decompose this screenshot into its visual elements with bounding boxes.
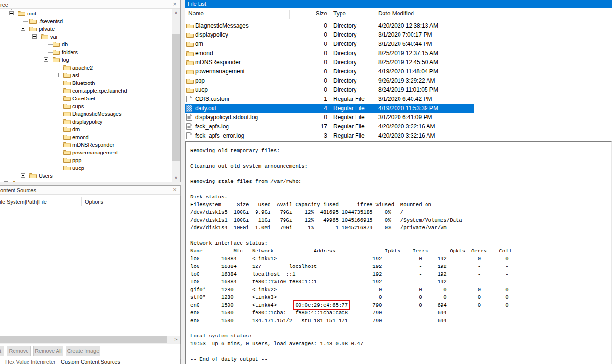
remove-button[interactable]: Remove	[7, 346, 31, 356]
edit-button[interactable]: t	[0, 346, 4, 356]
text-line	[190, 170, 512, 178]
expand-plus-icon[interactable]	[44, 50, 48, 54]
tree-item-asl[interactable]: asl	[0, 71, 172, 79]
tree-item-label: asl	[72, 72, 79, 79]
collapse-minus-icon[interactable]	[9, 11, 14, 15]
mac-address-highlight: 00:0c:29:c4:65:77	[295, 302, 348, 308]
expand-plus-icon[interactable]	[44, 42, 48, 46]
create-image-button[interactable]: Create Image	[66, 346, 100, 356]
tree-item-powermanagement[interactable]: powermanagement	[0, 149, 172, 156]
tree-item-dm[interactable]: dm	[0, 126, 172, 133]
tree-item-root[interactable]: root	[0, 10, 172, 17]
tree-item-label: macOS Catalina [volume 4]	[22, 180, 86, 182]
file-row-dm[interactable]: dm0Directory3/1/2020 6:40:44 PM	[185, 40, 474, 49]
file-date: 3/1/2020 6:40:44 PM	[378, 40, 432, 49]
tab-corner-box	[127, 359, 181, 364]
tree-item-coreduet[interactable]: CoreDuet	[0, 95, 172, 102]
column-header-name[interactable]: Name	[188, 10, 204, 17]
expand-plus-icon[interactable]	[55, 73, 59, 77]
tree-item-label: emond	[72, 134, 89, 141]
text-line	[190, 324, 512, 332]
column-header-date-modified[interactable]: Date Modified	[378, 10, 414, 17]
tree-item-com-apple-xpc-launchd[interactable]: com.apple.xpc.launchd	[0, 87, 172, 95]
scrollbar-thumb[interactable]	[172, 34, 180, 161]
file-selected-icon	[186, 105, 192, 112]
scroll-down-icon[interactable]: ∨	[172, 174, 180, 182]
tree-item-uucp[interactable]: uucp	[0, 164, 172, 172]
folder-icon	[29, 172, 37, 180]
evidence-tree-scrollbar[interactable]: ∧ ∨	[172, 9, 180, 182]
column-separator[interactable]	[81, 197, 82, 206]
folder-icon	[63, 141, 71, 149]
file-date: 4/19/2020 11:48:04 PM	[378, 67, 438, 76]
tree-item-apache2[interactable]: apache2	[0, 64, 172, 71]
tree-item-folders[interactable]: folders	[0, 48, 172, 56]
column-separator[interactable]	[331, 10, 331, 19]
tree-item-users[interactable]: Users	[0, 172, 172, 180]
scroll-up-icon[interactable]: ∧	[172, 9, 180, 17]
file-list-panel: File List Name Size Type Date Modified D…	[185, 0, 612, 141]
file-row-displaypolicyd-stdout-log[interactable]: displaypolicyd.stdout.log0Regular File3/…	[185, 113, 474, 122]
file-type: Regular File	[333, 104, 365, 113]
file-row-emond[interactable]: emond0Directory8/25/2019 12:37:15 AM	[185, 49, 474, 58]
text-line: /dev/disk1s4 100Gi 1.0Mi 79Gi 1% 1 10452…	[190, 224, 512, 232]
tree-item-displaypolicy[interactable]: displaypolicy	[0, 118, 172, 126]
content-sources-hscrollbar[interactable]: ∨	[0, 336, 180, 344]
file-row-fsck-apfs-log[interactable]: fsck_apfs.log17Regular File4/20/2020 3:3…	[185, 122, 474, 131]
file-size: 0	[289, 21, 327, 30]
column-header-options[interactable]: Options	[85, 199, 103, 205]
close-icon[interactable]: ×	[171, 0, 178, 8]
file-name: fsck_apfs.log	[195, 122, 229, 131]
expand-plus-icon[interactable]	[4, 181, 8, 182]
file-date: 4/20/2020 12:38:13 AM	[378, 21, 438, 30]
column-separator[interactable]	[474, 10, 474, 19]
content-sources-list: ile System|Path|File Options ∨	[0, 196, 181, 344]
file-row-diagnosticmessages[interactable]: DiagnosticMessages0Directory4/20/2020 12…	[185, 21, 474, 30]
file-row-fsck-apfs-error-log[interactable]: fsck_apfs_error.log3Regular File4/20/202…	[185, 131, 474, 140]
tree-item-db[interactable]: db	[0, 41, 172, 48]
close-icon[interactable]: ×	[171, 186, 178, 193]
tree-item--fseventsd[interactable]: .fseventsd	[0, 17, 172, 25]
folder-icon	[63, 111, 71, 118]
file-row-ppp[interactable]: ppp0Directory9/26/2019 3:29:22 AM	[185, 76, 474, 85]
file-row-daily-out[interactable]: daily.out4Regular File4/19/2020 11:53:39…	[185, 104, 474, 113]
collapse-minus-icon[interactable]	[21, 27, 25, 31]
tree-item-label: Bluetooth	[72, 80, 95, 87]
scrollbar-thumb[interactable]	[0, 336, 167, 343]
collapse-minus-icon[interactable]	[44, 57, 48, 62]
column-header-size[interactable]: Size	[289, 10, 327, 17]
file-lines-icon	[186, 132, 192, 142]
expand-plus-icon[interactable]	[21, 173, 25, 178]
tree-item-label: com.apple.xpc.launchd	[72, 87, 127, 95]
file-name: fsck_apfs_error.log	[195, 131, 244, 140]
folder-icon	[63, 126, 71, 134]
tree-item-private[interactable]: private	[0, 25, 172, 33]
tab-hex-value-interpreter[interactable]: Hex Value Interpreter	[5, 359, 56, 364]
column-header-file-system-path-file[interactable]: ile System|Path|File	[0, 199, 47, 205]
file-row-cdis-custom[interactable]: CDIS.custom1Regular File3/1/2020 6:40:42…	[185, 95, 474, 104]
collapse-minus-icon[interactable]	[32, 34, 37, 39]
column-header-type[interactable]: Type	[333, 10, 346, 17]
tree-item-cups[interactable]: cups	[0, 102, 172, 110]
tree-item-log[interactable]: log	[0, 56, 172, 64]
tree-item-diagnosticmessages[interactable]: DiagnosticMessages	[0, 110, 172, 118]
tree-item-emond[interactable]: emond	[0, 133, 172, 141]
file-row-mdnsresponder[interactable]: mDNSResponder0Directory8/25/2019 12:45:5…	[185, 58, 474, 67]
folder-icon	[63, 103, 71, 111]
file-row-displaypolicy[interactable]: displaypolicy0Directory3/1/2020 7:00:17 …	[185, 30, 474, 40]
file-row-powermanagement[interactable]: powermanagement0Directory4/19/2020 11:48…	[185, 67, 474, 76]
remove-all-button[interactable]: Remove All	[33, 346, 63, 356]
panel-splitter[interactable]	[181, 0, 185, 364]
column-separator[interactable]	[375, 10, 375, 19]
file-date: 4/20/2020 3:32:16 AM	[378, 131, 435, 140]
evidence-tree-panel: ree × root.fseventsdprivatevardbfoldersl…	[0, 0, 181, 182]
tree-item-mdnsresponder[interactable]: mDNSResponder	[0, 141, 172, 149]
scroll-right-icon[interactable]: ∨	[172, 336, 180, 344]
file-row-uucp[interactable]: uucp0Directory8/24/2019 11:01:05 PM	[185, 85, 474, 95]
tab-custom-content-sources[interactable]: Custom Content Sources	[61, 359, 120, 364]
tree-item-var[interactable]: var	[0, 33, 172, 41]
tree-item-ppp[interactable]: ppp	[0, 156, 172, 164]
tree-item-bluetooth[interactable]: Bluetooth	[0, 79, 172, 87]
column-separator[interactable]	[289, 10, 290, 19]
tree-item-macos-catalina-volume-4-[interactable]: macOS Catalina [volume 4]	[0, 180, 172, 182]
